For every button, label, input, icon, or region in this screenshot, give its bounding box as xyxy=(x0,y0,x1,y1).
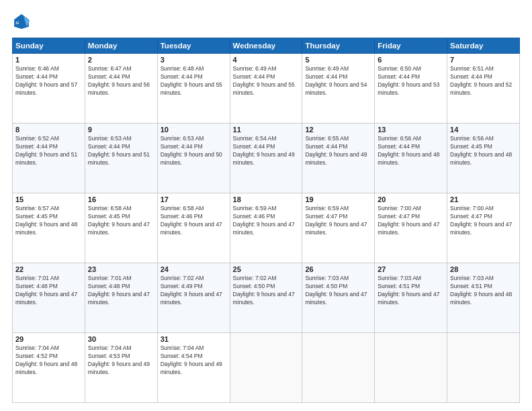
table-row: 31 Sunrise: 7:04 AMSunset: 4:54 PMDaylig… xyxy=(157,333,230,403)
table-row: 15 Sunrise: 6:57 AMSunset: 4:45 PMDaylig… xyxy=(13,193,85,263)
day-number: 1 xyxy=(15,56,82,64)
col-friday: Friday xyxy=(375,38,447,54)
day-number: 14 xyxy=(450,126,517,134)
table-row: 19 Sunrise: 6:59 AMSunset: 4:47 PMDaylig… xyxy=(302,193,375,263)
table-row: 30 Sunrise: 7:04 AMSunset: 4:53 PMDaylig… xyxy=(85,333,157,403)
day-info: Sunrise: 7:04 AMSunset: 4:54 PMDaylight:… xyxy=(161,345,227,377)
day-number: 31 xyxy=(161,335,227,343)
day-number: 17 xyxy=(161,195,227,203)
day-info: Sunrise: 6:56 AMSunset: 4:45 PMDaylight:… xyxy=(450,135,517,167)
table-row: 17 Sunrise: 6:58 AMSunset: 4:46 PMDaylig… xyxy=(157,193,230,263)
table-row: 24 Sunrise: 7:02 AMSunset: 4:49 PMDaylig… xyxy=(157,263,230,333)
day-number: 7 xyxy=(450,56,517,64)
table-row: 25 Sunrise: 7:02 AMSunset: 4:50 PMDaylig… xyxy=(230,263,302,333)
col-monday: Monday xyxy=(85,38,157,54)
logo-icon: G xyxy=(12,12,31,31)
day-number: 10 xyxy=(161,126,227,134)
day-info: Sunrise: 6:56 AMSunset: 4:44 PMDaylight:… xyxy=(378,135,444,167)
calendar-week-row: 29 Sunrise: 7:04 AMSunset: 4:52 PMDaylig… xyxy=(13,333,520,403)
calendar-week-row: 15 Sunrise: 6:57 AMSunset: 4:45 PMDaylig… xyxy=(13,193,520,263)
col-wednesday: Wednesday xyxy=(230,38,302,54)
day-number: 22 xyxy=(15,265,82,273)
table-row: 8 Sunrise: 6:52 AMSunset: 4:44 PMDayligh… xyxy=(13,124,85,193)
day-info: Sunrise: 6:46 AMSunset: 4:44 PMDaylight:… xyxy=(15,65,82,97)
day-info: Sunrise: 6:55 AMSunset: 4:44 PMDaylight:… xyxy=(305,135,371,167)
day-number: 27 xyxy=(378,265,444,273)
table-row xyxy=(230,333,302,403)
day-number: 12 xyxy=(305,126,371,134)
day-info: Sunrise: 7:00 AMSunset: 4:47 PMDaylight:… xyxy=(378,205,444,237)
day-info: Sunrise: 7:01 AMSunset: 4:48 PMDaylight:… xyxy=(15,275,82,307)
day-info: Sunrise: 6:57 AMSunset: 4:45 PMDaylight:… xyxy=(15,205,82,237)
day-number: 13 xyxy=(378,126,444,134)
day-number: 30 xyxy=(88,335,154,343)
day-info: Sunrise: 6:53 AMSunset: 4:44 PMDaylight:… xyxy=(88,135,154,167)
col-saturday: Saturday xyxy=(447,38,520,54)
table-row: 27 Sunrise: 7:03 AMSunset: 4:51 PMDaylig… xyxy=(375,263,447,333)
day-number: 11 xyxy=(233,126,300,134)
day-info: Sunrise: 7:02 AMSunset: 4:50 PMDaylight:… xyxy=(233,275,300,307)
day-info: Sunrise: 6:58 AMSunset: 4:45 PMDaylight:… xyxy=(88,205,154,237)
day-info: Sunrise: 6:49 AMSunset: 4:44 PMDaylight:… xyxy=(305,65,371,97)
day-info: Sunrise: 6:58 AMSunset: 4:46 PMDaylight:… xyxy=(161,205,227,237)
day-number: 20 xyxy=(378,195,444,203)
col-tuesday: Tuesday xyxy=(157,38,230,54)
table-row: 26 Sunrise: 7:03 AMSunset: 4:50 PMDaylig… xyxy=(302,263,375,333)
day-info: Sunrise: 6:53 AMSunset: 4:44 PMDaylight:… xyxy=(161,135,227,167)
day-number: 6 xyxy=(378,56,444,64)
day-number: 25 xyxy=(233,265,300,273)
day-info: Sunrise: 6:59 AMSunset: 4:46 PMDaylight:… xyxy=(233,205,300,237)
day-info: Sunrise: 6:48 AMSunset: 4:44 PMDaylight:… xyxy=(161,65,227,97)
calendar-week-row: 1 Sunrise: 6:46 AMSunset: 4:44 PMDayligh… xyxy=(13,54,520,124)
header: G xyxy=(12,12,520,31)
day-info: Sunrise: 7:02 AMSunset: 4:49 PMDaylight:… xyxy=(161,275,227,307)
day-number: 21 xyxy=(450,195,517,203)
day-number: 8 xyxy=(15,126,82,134)
day-info: Sunrise: 7:03 AMSunset: 4:50 PMDaylight:… xyxy=(305,275,371,307)
table-row: 18 Sunrise: 6:59 AMSunset: 4:46 PMDaylig… xyxy=(230,193,302,263)
day-number: 3 xyxy=(161,56,227,64)
table-row: 21 Sunrise: 7:00 AMSunset: 4:47 PMDaylig… xyxy=(447,193,520,263)
day-number: 5 xyxy=(305,56,371,64)
day-number: 28 xyxy=(450,265,517,273)
table-row: 10 Sunrise: 6:53 AMSunset: 4:44 PMDaylig… xyxy=(157,124,230,193)
day-info: Sunrise: 7:00 AMSunset: 4:47 PMDaylight:… xyxy=(450,205,517,237)
table-row: 22 Sunrise: 7:01 AMSunset: 4:48 PMDaylig… xyxy=(13,263,85,333)
table-row: 12 Sunrise: 6:55 AMSunset: 4:44 PMDaylig… xyxy=(302,124,375,193)
day-info: Sunrise: 7:04 AMSunset: 4:53 PMDaylight:… xyxy=(88,345,154,377)
table-row: 13 Sunrise: 6:56 AMSunset: 4:44 PMDaylig… xyxy=(375,124,447,193)
table-row xyxy=(302,333,375,403)
day-number: 2 xyxy=(88,56,154,64)
table-row: 29 Sunrise: 7:04 AMSunset: 4:52 PMDaylig… xyxy=(13,333,85,403)
day-number: 23 xyxy=(88,265,154,273)
table-row: 14 Sunrise: 6:56 AMSunset: 4:45 PMDaylig… xyxy=(447,124,520,193)
table-row: 1 Sunrise: 6:46 AMSunset: 4:44 PMDayligh… xyxy=(13,54,85,124)
table-row: 3 Sunrise: 6:48 AMSunset: 4:44 PMDayligh… xyxy=(157,54,230,124)
day-info: Sunrise: 6:52 AMSunset: 4:44 PMDaylight:… xyxy=(15,135,82,167)
calendar-table: Sunday Monday Tuesday Wednesday Thursday… xyxy=(12,38,520,403)
day-number: 24 xyxy=(161,265,227,273)
calendar-header-row: Sunday Monday Tuesday Wednesday Thursday… xyxy=(13,38,520,54)
day-info: Sunrise: 6:50 AMSunset: 4:44 PMDaylight:… xyxy=(378,65,444,97)
page: G Sunday Monday Tuesday Wednesday Thursd… xyxy=(0,0,532,411)
day-number: 18 xyxy=(233,195,300,203)
day-info: Sunrise: 6:54 AMSunset: 4:44 PMDaylight:… xyxy=(233,135,300,167)
col-thursday: Thursday xyxy=(302,38,375,54)
table-row: 23 Sunrise: 7:01 AMSunset: 4:48 PMDaylig… xyxy=(85,263,157,333)
table-row: 9 Sunrise: 6:53 AMSunset: 4:44 PMDayligh… xyxy=(85,124,157,193)
day-info: Sunrise: 6:51 AMSunset: 4:44 PMDaylight:… xyxy=(450,65,517,97)
day-info: Sunrise: 7:03 AMSunset: 4:51 PMDaylight:… xyxy=(450,275,517,307)
day-number: 4 xyxy=(233,56,300,64)
day-info: Sunrise: 7:01 AMSunset: 4:48 PMDaylight:… xyxy=(88,275,154,307)
table-row: 4 Sunrise: 6:49 AMSunset: 4:44 PMDayligh… xyxy=(230,54,302,124)
table-row: 6 Sunrise: 6:50 AMSunset: 4:44 PMDayligh… xyxy=(375,54,447,124)
calendar-week-row: 22 Sunrise: 7:01 AMSunset: 4:48 PMDaylig… xyxy=(13,263,520,333)
table-row: 11 Sunrise: 6:54 AMSunset: 4:44 PMDaylig… xyxy=(230,124,302,193)
table-row: 20 Sunrise: 7:00 AMSunset: 4:47 PMDaylig… xyxy=(375,193,447,263)
day-number: 29 xyxy=(15,335,82,343)
day-info: Sunrise: 6:49 AMSunset: 4:44 PMDaylight:… xyxy=(233,65,300,97)
table-row: 28 Sunrise: 7:03 AMSunset: 4:51 PMDaylig… xyxy=(447,263,520,333)
table-row xyxy=(447,333,520,403)
day-number: 26 xyxy=(305,265,371,273)
table-row: 5 Sunrise: 6:49 AMSunset: 4:44 PMDayligh… xyxy=(302,54,375,124)
